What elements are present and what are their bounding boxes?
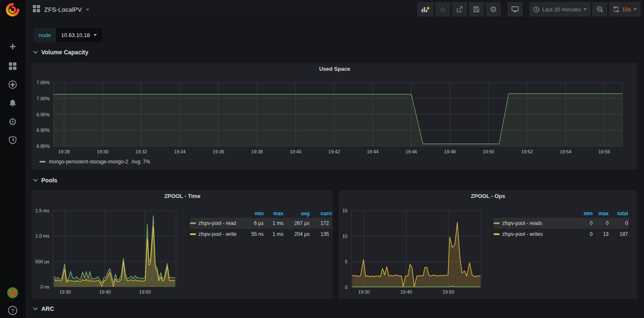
legend-series-name[interactable]: zfspv-pool - write [190,231,240,237]
svg-text:1.5 ms: 1.5 ms [35,208,50,213]
section-volume-capacity[interactable]: Volume Capacity [34,49,88,56]
legend-header-row: minmaxavgcurrent [190,209,332,218]
variable-node-value-dropdown[interactable]: 10.63.10.18 [56,28,102,42]
svg-text:19:34: 19:34 [174,149,186,154]
svg-text:6.90%: 6.90% [37,128,50,133]
refresh-icon [613,6,620,13]
legend-header-avg[interactable]: avg [283,211,310,216]
sidebar: + ⚙ ? [0,0,25,318]
series-swatch [494,233,500,235]
legend-value: 0 [557,220,593,226]
legend-value: 267 µs [283,220,310,226]
legend-row: zfspv-pool - read6 µs1 ms267 µs172 [190,218,332,229]
monitor-icon [511,6,519,13]
section-pools-label: Pools [41,177,57,184]
svg-text:19:50: 19:50 [139,289,151,294]
dashboards-icon[interactable] [0,58,25,75]
share-button[interactable] [452,2,467,16]
legend-value: 0 [593,220,609,226]
svg-text:7.00%: 7.00% [37,96,50,101]
legend-header-max[interactable]: max [593,211,609,216]
time-range-picker[interactable]: Last 30 minutes [529,2,591,16]
dashboard-grid-icon [33,5,40,14]
section-volume-capacity-label: Volume Capacity [41,49,88,56]
svg-text:15: 15 [342,208,347,213]
svg-text:19:30: 19:30 [59,289,71,294]
add-panel-button[interactable] [417,2,433,16]
used-space-legend: mongo-persistent-storage-mongo-2 Avg: 7% [40,159,150,165]
save-icon [473,6,480,13]
tv-mode-button[interactable] [508,2,523,16]
chevron-down-icon [33,177,37,182]
legend-row: zfspv-pool - reads000 [494,218,629,229]
section-arc[interactable]: ARC [34,305,54,312]
variable-node-caret-icon [94,34,97,36]
explore-compass-icon[interactable] [0,76,25,93]
dashboard-title[interactable]: ZFS-LocalPV [44,6,82,13]
chevron-down-icon [33,305,37,310]
svg-text:19:50: 19:50 [443,289,454,294]
refresh-button[interactable]: 10s [609,2,641,16]
chevron-down-icon [33,49,37,53]
configuration-gear-icon[interactable]: ⚙ [0,113,25,130]
svg-text:19:56: 19:56 [599,149,610,154]
star-button[interactable]: ☆ [435,2,450,16]
zoom-out-icon [596,6,604,13]
alerting-bell-icon[interactable] [0,95,25,112]
dashboard-settings-button[interactable]: ⚙ [486,2,501,16]
panel-zpool-ops: ZPOOL - Ops 15105019:3019:4019:50 minmax… [338,190,638,299]
legend-value: 187 [609,231,628,237]
zoom-out-button[interactable] [592,2,607,16]
server-admin-shield-icon[interactable] [0,132,25,149]
svg-text:0 ns: 0 ns [40,284,49,289]
legend-row: zfspv-pool - writes013187 [494,229,629,240]
legend-header-current[interactable]: current [310,211,332,216]
zpool-time-chart[interactable]: 1.5 ms1.0 ms500 µs0 ns19:3019:4019:50 [32,190,334,300]
svg-text:19:36: 19:36 [213,149,224,154]
legend-series-name[interactable]: mongo-persistent-storage-mongo-2 [49,159,128,165]
legend-value: 172 [310,220,332,226]
zpool-ops-legend: minmaxtotalzfspv-pool - reads000zfspv-po… [494,209,629,240]
refresh-interval-caret-icon[interactable] [633,8,637,10]
legend-value: 1 ms [264,231,283,237]
legend-series-name[interactable]: zfspv-pool - reads [494,220,557,226]
svg-text:19:46: 19:46 [406,149,417,154]
share-icon [456,6,463,13]
svg-text:19:28: 19:28 [58,149,70,154]
legend-value: 135 [310,231,332,237]
refresh-interval-label[interactable]: 10s [622,6,631,13]
legend-series-name[interactable]: zfspv-pool - read [190,220,240,226]
grafana-logo[interactable] [5,3,20,17]
svg-text:0: 0 [345,285,347,290]
svg-text:19:30: 19:30 [97,149,109,154]
variable-node-picker: node 10.63.10.18 [34,28,102,42]
user-avatar[interactable] [0,284,25,301]
svg-text:19:52: 19:52 [521,149,533,154]
legend-header-min[interactable]: min [240,211,264,216]
legend-header-max[interactable]: max [264,211,283,216]
legend-value: 6 µs [240,220,264,226]
legend-series-name[interactable]: zfspv-pool - writes [494,231,557,237]
help-icon[interactable]: ? [0,302,25,318]
time-range-label: Last 30 minutes [542,6,581,13]
gear-icon: ⚙ [490,5,497,13]
panel-used-space: Used Space 7.05%7.00%6.95%6.90%6.85%19:2… [32,62,638,170]
section-arc-label: ARC [41,305,54,312]
svg-text:19:38: 19:38 [251,149,263,154]
section-pools[interactable]: Pools [34,177,57,184]
svg-text:19:32: 19:32 [136,149,147,154]
legend-series-avg: Avg: 7% [131,159,150,165]
create-plus-icon[interactable]: + [0,38,25,55]
zpool-ops-chart[interactable]: 15105019:3019:4019:50 [339,190,638,300]
used-space-chart[interactable]: 7.05%7.00%6.95%6.90%6.85%19:2819:3019:32… [32,63,638,170]
svg-text:19:54: 19:54 [560,149,572,154]
legend-header-min[interactable]: min [557,211,593,216]
star-icon: ☆ [440,5,446,14]
svg-text:19:30: 19:30 [358,289,370,294]
legend-header-row: minmaxtotal [494,209,629,218]
dashboard-title-caret-icon[interactable] [86,9,89,11]
legend-value: 1 ms [264,220,283,226]
legend-header-total[interactable]: total [609,211,628,216]
clock-icon [533,6,540,13]
save-button[interactable] [469,2,484,16]
